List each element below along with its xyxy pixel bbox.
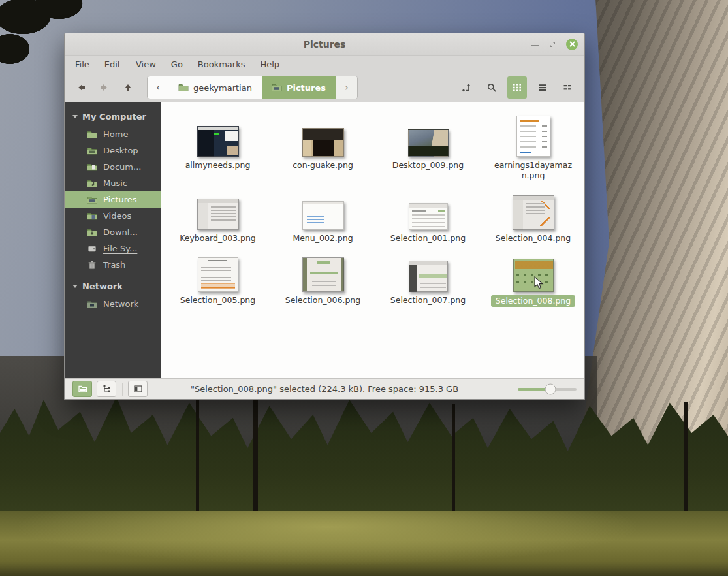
zoom-slider[interactable] (518, 388, 577, 391)
window-title: Pictures (304, 39, 346, 50)
grid-view-icon (513, 83, 522, 92)
maximize-button[interactable] (548, 40, 556, 48)
up-arrow-icon (123, 82, 133, 93)
file-thumbnail (302, 201, 344, 230)
file-item[interactable]: con-guake.png (270, 112, 375, 182)
folder-icon (87, 162, 97, 172)
file-thumbnail (197, 126, 239, 157)
file-item[interactable]: Selection_006.png (270, 254, 375, 307)
breadcrumb-left-chevron[interactable]: ‹ (148, 76, 168, 99)
file-item[interactable]: allmyneeds.png (165, 112, 270, 182)
compact-view-icon (563, 83, 572, 92)
file-thumbnail (302, 128, 344, 157)
minimize-button[interactable] (531, 45, 539, 46)
sidebar-item-label: Videos (103, 211, 131, 221)
icon-view-button[interactable] (507, 76, 527, 99)
up-button[interactable] (119, 79, 136, 96)
statusbar: "Selection_008.png" selected (224.3 kB),… (65, 378, 584, 399)
menu-go[interactable]: Go (171, 59, 183, 69)
trash-icon (87, 260, 97, 270)
folder-icon (87, 178, 97, 189)
file-name: con-guake.png (293, 160, 353, 170)
folder-icon (87, 146, 97, 156)
file-item[interactable]: Keyboard_003.png (165, 192, 270, 244)
file-item[interactable]: Selection_001.png (375, 192, 481, 244)
file-thumbnail (197, 199, 239, 230)
sidebar-item-music[interactable]: Music (65, 175, 161, 191)
sidebar-section-my-computer[interactable]: My Computer (65, 107, 161, 126)
pictures-folder-icon (272, 82, 282, 93)
breadcrumb-right-chevron[interactable]: › (336, 76, 357, 99)
titlebar[interactable]: Pictures (65, 33, 584, 56)
file-name: Selection_001.png (390, 233, 466, 244)
sidebar-item-home[interactable]: Home (65, 126, 161, 142)
close-icon (569, 40, 576, 48)
menu-help[interactable]: Help (260, 59, 279, 69)
file-thumbnail (302, 257, 344, 292)
file-name: Selection_008.png (491, 295, 575, 307)
sidebar-item-label: Home (103, 129, 128, 139)
menu-view[interactable]: View (136, 59, 156, 69)
sidebar-item-label: Downl... (103, 227, 138, 237)
forward-button[interactable] (96, 79, 113, 96)
breadcrumb-home-segment[interactable]: geekymartian (168, 76, 262, 99)
list-view-button[interactable] (533, 78, 552, 97)
file-item[interactable]: Selection_005.png (165, 254, 270, 307)
sidebar-item-label: Trash (103, 260, 125, 270)
menu-bookmarks[interactable]: Bookmarks (198, 59, 245, 69)
file-name: Desktop_009.png (392, 160, 464, 170)
folder-icon (87, 195, 97, 205)
file-view[interactable]: allmyneeds.png con-guake.png Desktop_009… (161, 102, 584, 378)
drive-icon (87, 244, 97, 254)
sidebar-item-label: Pictures (103, 195, 136, 204)
file-item[interactable]: Menu_002.png (270, 192, 375, 244)
sidebar-item-documents[interactable]: Docum... (65, 159, 161, 175)
sidebar-header-label: Network (82, 281, 123, 291)
menu-edit[interactable]: Edit (104, 59, 121, 69)
sidebar-item-downloads[interactable]: Downl... (65, 224, 161, 240)
sidebar-item-trash[interactable]: Trash (65, 257, 161, 273)
file-name: Selection_007.png (390, 295, 466, 306)
sidebar-item-desktop[interactable]: Desktop (65, 142, 161, 159)
compact-view-button[interactable] (558, 78, 577, 97)
file-item[interactable]: Selection_007.png (375, 254, 481, 307)
file-item-selected[interactable]: Selection_008.png (481, 254, 584, 307)
collapse-triangle-icon (72, 285, 78, 288)
sidebar-item-label: Music (103, 178, 127, 188)
zoom-slider-thumb[interactable] (545, 383, 556, 394)
file-thumbnail (409, 203, 448, 230)
file-grid: allmyneeds.png con-guake.png Desktop_009… (161, 102, 584, 317)
sidebar-item-network[interactable]: Network (65, 296, 161, 312)
file-item[interactable]: Selection_004.png (481, 192, 584, 244)
breadcrumb: ‹ geekymartian Pictures › (147, 76, 358, 99)
forward-arrow-icon (99, 82, 110, 93)
sidebar-section-network[interactable]: Network (65, 277, 161, 296)
file-thumbnail (409, 261, 448, 292)
file-name: Keyboard_003.png (180, 233, 256, 244)
search-button[interactable] (483, 78, 501, 97)
home-folder-icon (178, 82, 189, 93)
sidebar-item-label: Network (103, 299, 138, 309)
edit-location-button[interactable] (458, 78, 476, 97)
breadcrumb-current-label: Pictures (287, 83, 326, 93)
network-folder-icon (87, 299, 97, 310)
file-thumbnail (513, 259, 554, 292)
toolbar: ‹ geekymartian Pictures › (65, 73, 584, 102)
sidebar-item-label: Desktop (103, 146, 138, 155)
sidebar-item-pictures[interactable]: Pictures (65, 191, 161, 208)
sidebar-item-videos[interactable]: Videos (65, 208, 161, 224)
close-button[interactable] (566, 39, 578, 50)
back-button[interactable] (72, 79, 89, 96)
file-item[interactable]: Desktop_009.png (375, 112, 481, 182)
sidebar-item-label: Docum... (103, 162, 141, 172)
breadcrumb-current-segment[interactable]: Pictures (262, 76, 336, 99)
file-thumbnail (516, 116, 550, 157)
sidebar-item-filesystem[interactable]: File Sy... (65, 240, 161, 257)
sidebar: My Computer Home Desktop Docum... Music … (65, 102, 161, 378)
file-thumbnail (198, 257, 238, 292)
file-name: Selection_005.png (180, 295, 255, 306)
file-thumbnail (408, 129, 449, 157)
file-name: allmyneeds.png (185, 160, 251, 170)
file-item[interactable]: earnings1dayamazn.png (481, 112, 584, 182)
menu-file[interactable]: File (75, 59, 89, 69)
